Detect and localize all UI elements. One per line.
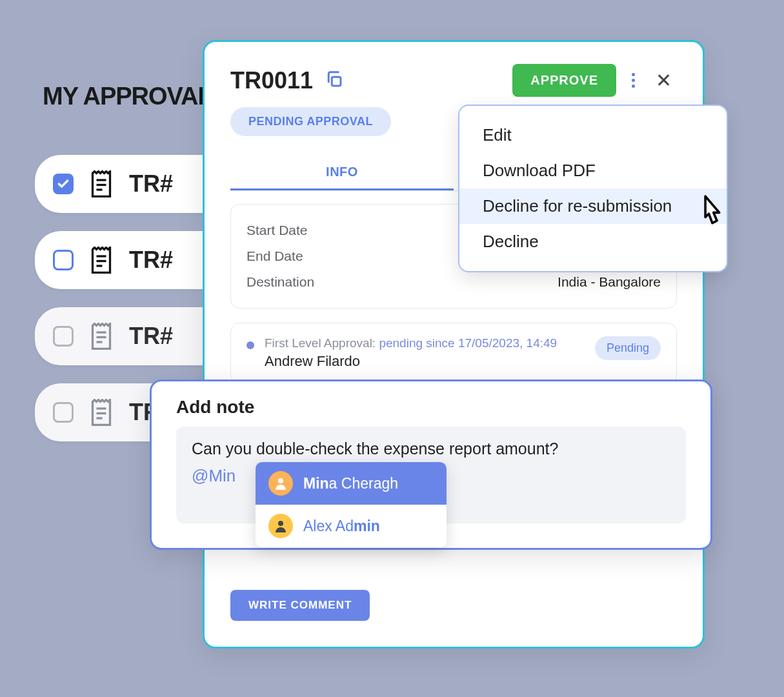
avatar (268, 471, 293, 496)
panel-header: TR0011 APPROVE ✕ (230, 64, 677, 97)
destination-label: Destination (246, 274, 314, 290)
destination-value: India - Bangalore (558, 274, 661, 290)
menu-item-decline-resubmit[interactable]: Decline for re-submission (459, 188, 727, 224)
approval-card: First Level Approval: pending since 17/0… (230, 323, 677, 383)
mention-pre: Alex Ad (303, 518, 354, 534)
start-date-label: Start Date (246, 223, 308, 238)
approval-since-text: pending since 17/05/2023, 14:49 (379, 336, 557, 350)
add-note-title: Add note (176, 397, 686, 418)
status-badge: PENDING APPROVAL (230, 107, 391, 136)
approval-level-label: First Level Approval: (265, 336, 376, 350)
approve-button[interactable]: APPROVE (512, 64, 616, 97)
mention-option[interactable]: Alex Admin (256, 505, 447, 547)
menu-item-download-pdf[interactable]: Download PDF (459, 153, 727, 188)
avatar (268, 514, 293, 538)
svg-rect-12 (332, 77, 341, 86)
note-text: Can you double-check the expense report … (192, 439, 670, 458)
tab-info[interactable]: INFO (230, 156, 454, 190)
record-id: TR0011 (230, 67, 313, 94)
checkbox[interactable] (53, 402, 74, 423)
kebab-menu-icon[interactable] (628, 69, 639, 92)
receipt-icon (89, 247, 114, 274)
check-icon (57, 177, 70, 190)
copy-icon[interactable] (325, 70, 344, 92)
svg-point-14 (278, 521, 283, 526)
write-comment-button[interactable]: WRITE COMMENT (230, 590, 370, 621)
page-title: MY APPROVAL (43, 83, 212, 110)
cursor-pointer-icon (694, 194, 725, 228)
close-icon[interactable]: ✕ (650, 66, 677, 94)
mention-bold: Min (303, 475, 329, 492)
mention-option[interactable]: Mina Cheragh (256, 462, 447, 505)
receipt-icon (89, 323, 114, 350)
row-label: TR# (129, 323, 173, 350)
receipt-icon (89, 399, 114, 426)
row-label: TR# (129, 170, 173, 197)
checkbox[interactable] (53, 250, 74, 270)
status-dot-icon (246, 341, 254, 349)
mention-rest: a Cheragh (329, 475, 398, 492)
checkbox[interactable] (53, 326, 74, 347)
mention-bold: min (354, 518, 380, 534)
approval-status-badge: Pending (595, 336, 661, 360)
checkbox[interactable] (53, 174, 74, 194)
svg-point-13 (278, 478, 283, 483)
mention-suggestions: Mina Cheragh Alex Admin (256, 462, 447, 547)
approver-name: Andrew Filardo (265, 353, 585, 370)
row-label: TR# (129, 247, 173, 274)
menu-item-decline[interactable]: Decline (459, 224, 727, 259)
mention-typed: @Min (192, 466, 236, 485)
end-date-label: End Date (246, 248, 303, 264)
receipt-icon (89, 170, 114, 197)
actions-dropdown: Edit Download PDF Decline for re-submiss… (458, 105, 728, 272)
menu-item-edit[interactable]: Edit (459, 117, 727, 153)
